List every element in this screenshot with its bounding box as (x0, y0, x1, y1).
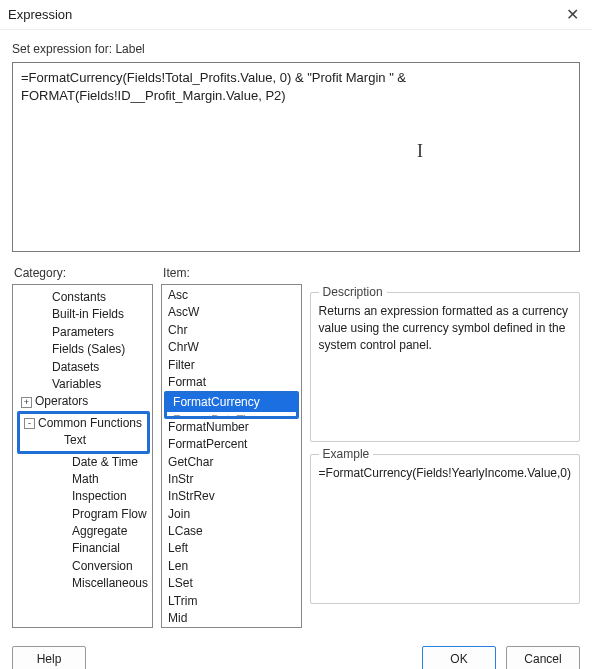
list-item[interactable]: Asc (162, 287, 301, 304)
list-item[interactable]: Len (162, 558, 301, 575)
tree-item[interactable]: +Operators (17, 393, 150, 410)
plus-icon[interactable]: + (21, 397, 32, 408)
tree-item-common-functions[interactable]: -Common Functions (22, 415, 145, 432)
list-item[interactable]: Mid (162, 610, 301, 627)
tree-item[interactable]: Program Flow (17, 506, 150, 523)
category-column: Category: ConstantsBuilt-in FieldsParame… (12, 262, 153, 628)
tree-item[interactable]: Parameters (17, 324, 150, 341)
dialog-body: Set expression for: Label =FormatCurrenc… (0, 30, 592, 638)
description-text: Returns an expression formatted as a cur… (319, 303, 571, 353)
category-label: Category: (14, 266, 153, 280)
tree-item-label: Common Functions (38, 415, 142, 432)
footer: Help OK Cancel (0, 638, 592, 669)
tree-item[interactable]: Variables (17, 376, 150, 393)
tree-item-label: Text (64, 432, 86, 449)
expression-text: =FormatCurrency(Fields!Total_Profits.Val… (21, 70, 406, 103)
list-item[interactable]: LCase (162, 523, 301, 540)
list-item[interactable]: LSet (162, 575, 301, 592)
titlebar: Expression ✕ (0, 0, 592, 30)
list-item[interactable]: Replace (162, 627, 301, 628)
tree-item[interactable]: Conversion (17, 558, 150, 575)
category-tree[interactable]: ConstantsBuilt-in FieldsParametersFields… (12, 284, 153, 628)
tree-item-label: Date & Time (72, 454, 138, 471)
tree-item[interactable]: Inspection (17, 488, 150, 505)
list-item[interactable]: Filter (162, 357, 301, 374)
close-icon[interactable]: ✕ (560, 5, 584, 24)
item-highlight: FormatCurrencyFormatDateTime (164, 391, 299, 418)
list-item[interactable]: AscW (162, 304, 301, 321)
list-item[interactable]: Left (162, 540, 301, 557)
example-legend: Example (319, 447, 374, 461)
tree-item-label: Constants (52, 289, 106, 306)
item-list[interactable]: AscAscWChrChrWFilterFormatFormatCurrency… (161, 284, 302, 628)
tree-item[interactable]: Math (17, 471, 150, 488)
tree-item[interactable]: Date & Time (17, 454, 150, 471)
example-fieldset: Example =FormatCurrency(Fields!YearlyInc… (310, 454, 580, 604)
set-expression-label: Set expression for: Label (12, 42, 580, 56)
list-item[interactable]: Join (162, 506, 301, 523)
tree-item[interactable]: Financial (17, 540, 150, 557)
list-item[interactable]: Chr (162, 322, 301, 339)
list-item[interactable]: Format (162, 374, 301, 391)
list-item[interactable]: GetChar (162, 454, 301, 471)
tree-item-label: Program Flow (72, 506, 147, 523)
tree-item-label: Operators (35, 393, 88, 410)
description-legend: Description (319, 285, 387, 299)
list-item[interactable]: LTrim (162, 593, 301, 610)
right-column: Description Returns an expression format… (310, 262, 580, 628)
tree-item[interactable]: Constants (17, 289, 150, 306)
list-item[interactable]: ChrW (162, 339, 301, 356)
cancel-button[interactable]: Cancel (506, 646, 580, 669)
window-title: Expression (8, 7, 72, 22)
ok-button[interactable]: OK (422, 646, 496, 669)
example-text: =FormatCurrency(Fields!YearlyIncome.Valu… (319, 465, 571, 482)
tree-item-label: Miscellaneous (72, 575, 148, 592)
item-column: Item: AscAscWChrChrWFilterFormatFormatCu… (161, 262, 302, 628)
tree-item[interactable]: Built-in Fields (17, 306, 150, 323)
tree-item-label: Inspection (72, 488, 127, 505)
tree-item-label: Financial (72, 540, 120, 557)
tree-item-label: Built-in Fields (52, 306, 124, 323)
description-fieldset: Description Returns an expression format… (310, 292, 580, 442)
category-highlight: -Common FunctionsText (17, 411, 150, 454)
tree-item-label: Parameters (52, 324, 114, 341)
text-caret-icon: I (417, 139, 423, 163)
tree-item-text[interactable]: Text (22, 432, 145, 449)
list-item-selected[interactable]: FormatCurrency (167, 394, 296, 411)
tree-item-label: Math (72, 471, 99, 488)
tree-item-label: Aggregate (72, 523, 127, 540)
tree-item[interactable]: Aggregate (17, 523, 150, 540)
list-item[interactable]: InStrRev (162, 488, 301, 505)
tree-item-label: Conversion (72, 558, 133, 575)
list-item[interactable]: FormatNumber (162, 419, 301, 436)
minus-icon[interactable]: - (24, 418, 35, 429)
tree-item[interactable]: Datasets (17, 359, 150, 376)
tree-item[interactable]: Miscellaneous (17, 575, 150, 592)
expression-input[interactable]: =FormatCurrency(Fields!Total_Profits.Val… (12, 62, 580, 252)
list-item[interactable]: FormatDateTime (167, 412, 296, 416)
tree-item-label: Fields (Sales) (52, 341, 125, 358)
panels: Category: ConstantsBuilt-in FieldsParame… (12, 262, 580, 628)
item-label: Item: (163, 266, 302, 280)
tree-item-label: Datasets (52, 359, 99, 376)
help-button[interactable]: Help (12, 646, 86, 669)
list-item[interactable]: InStr (162, 471, 301, 488)
list-item[interactable]: FormatPercent (162, 436, 301, 453)
tree-item[interactable]: Fields (Sales) (17, 341, 150, 358)
tree-item-label: Variables (52, 376, 101, 393)
